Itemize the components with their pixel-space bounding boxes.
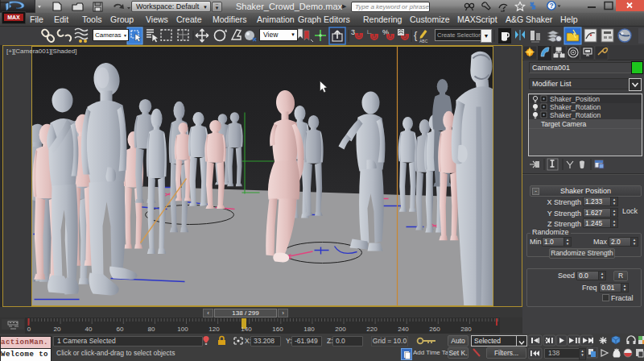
svg-text:260: 260 (429, 326, 440, 333)
svg-text:?: ? (549, 2, 553, 10)
svg-text:200: 200 (335, 326, 346, 333)
svg-text:120: 120 (208, 326, 220, 333)
svg-text:60: 60 (117, 326, 124, 333)
svg-text:40: 40 (85, 326, 93, 333)
svg-text:{: { (414, 29, 418, 41)
svg-text:240: 240 (398, 326, 409, 333)
svg-text:100: 100 (177, 326, 188, 333)
svg-text:80: 80 (148, 326, 155, 333)
svg-text:140: 140 (241, 326, 252, 333)
svg-text:ABC: ABC (419, 39, 428, 44)
svg-text:280: 280 (460, 326, 472, 333)
svg-text:220: 220 (366, 326, 378, 333)
svg-text:180: 180 (303, 326, 315, 333)
svg-text:160: 160 (272, 326, 283, 333)
svg-text:20: 20 (54, 326, 61, 333)
svg-text:0: 0 (27, 326, 31, 333)
svg-text:3: 3 (351, 28, 355, 36)
